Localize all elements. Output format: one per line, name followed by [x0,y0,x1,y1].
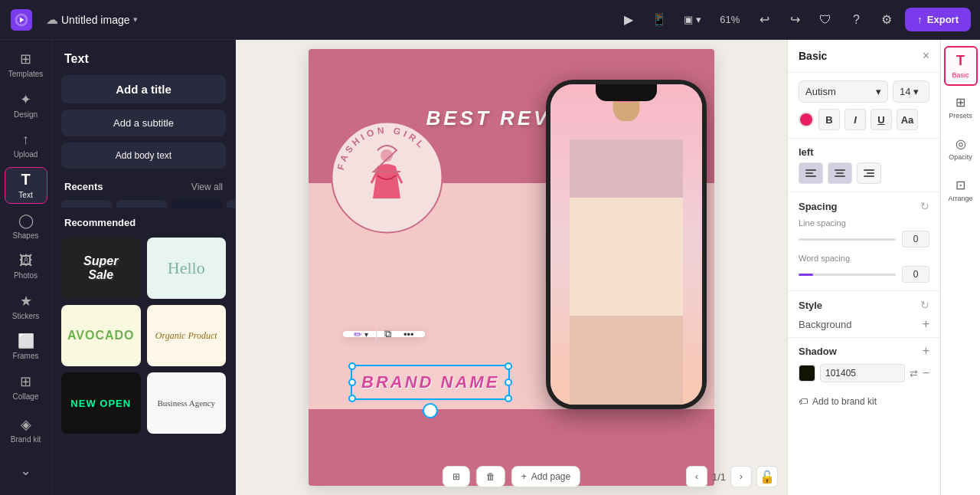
ri-item-presets[interactable]: ⊞ Presets [944,87,978,127]
sidebar-item-design[interactable]: ✦ Design [5,87,47,124]
edit-button[interactable]: ✏ ▾ [349,326,373,343]
rec-item-avocado[interactable]: AVOCADO [61,305,141,366]
sidebar-item-photos[interactable]: 🖼 Photos [5,248,47,285]
view-all-button[interactable]: View all [191,182,223,192]
rec-item-hello[interactable]: Hello [147,238,227,299]
selected-element-container[interactable]: ✏ ▾ ⧉ ••• BRAND NAME [351,365,510,400]
sidebar-item-upload[interactable]: ↑ Upload [5,126,47,164]
sidebar-item-templates[interactable]: ⊞ Templates [5,46,47,84]
stickers-icon: ★ [20,293,32,310]
sidebar-item-stickers[interactable]: ★ Stickers [5,287,47,325]
text-panel: Text Add a title Add a subtitle Add body… [52,40,236,495]
spacing-refresh-button[interactable]: ↻ [920,200,929,212]
help-button[interactable]: ? [844,8,868,32]
line-spacing-slider[interactable] [799,238,896,241]
handle-middle-right[interactable] [505,379,512,386]
cloud-icon: ☁ [46,12,58,27]
bold-button[interactable]: B [818,109,840,130]
shadow-remove-button[interactable]: − [923,366,929,380]
style-header: Style ↻ [788,291,940,314]
sidebar-item-collage[interactable]: ⊞ Collage [5,368,47,405]
word-spacing-value[interactable]: 0 [902,266,929,283]
shadow-color-button[interactable] [799,365,815,382]
underline-button[interactable]: U [871,109,892,130]
sidebar-item-shapes[interactable]: ◯ Shapes [5,207,47,244]
shadow-value[interactable]: 101405 [820,364,905,382]
align-right-button[interactable] [857,162,881,184]
prev-page-button[interactable]: ‹ [686,466,707,487]
recent-item-line[interactable] [116,200,167,208]
copy-element-button[interactable]: ⧉ [380,325,396,343]
add-subtitle-button[interactable]: Add a subtitle [61,110,226,136]
delete-button[interactable]: 🗑 [476,466,505,487]
font-size-control[interactable]: 14 ▾ [893,80,929,103]
undo-button[interactable]: ↩ [752,8,776,32]
recent-more-button[interactable]: › [227,200,235,208]
ri-item-basic[interactable]: T Basic [944,46,978,86]
sidebar-brand-label: Brand kit [11,435,41,444]
shadow-add-button[interactable]: + [923,344,929,358]
grid-button[interactable]: ⊞ [443,466,470,487]
add-body-button[interactable]: Add body text [61,143,226,169]
add-page-label: Add page [531,471,570,482]
rec-item-super-sale[interactable]: Super Sale [61,238,141,299]
font-dropdown[interactable]: Autism ▾ [799,80,888,103]
shield-icon-button[interactable]: 🛡 [813,8,838,32]
handle-middle-left[interactable] [348,379,356,386]
italic-button[interactable]: I [844,109,866,130]
text-color-button[interactable] [799,112,814,127]
sidebar-item-text[interactable]: T Text [5,167,47,205]
play-button[interactable]: ▶ [616,8,641,32]
align-left-button[interactable] [799,162,823,184]
more-options-button[interactable]: ••• [399,326,419,343]
right-panel-close-button[interactable]: × [923,49,929,63]
align-center-icon [831,166,848,180]
shadow-eq-button[interactable]: ⇄ [910,368,918,379]
handle-top-left[interactable] [348,362,356,370]
basic-text-icon: T [956,53,965,69]
ar2 [867,172,874,174]
recent-item-supersale[interactable]: Super Sale [172,200,222,208]
line-spacing-value[interactable]: 0 [902,231,929,248]
sidebar-item-frames[interactable]: ⬜ Frames [5,328,47,366]
add-to-brand-kit-button[interactable]: 🏷 Add to brand kit [788,388,940,415]
handle-bottom-left[interactable] [348,395,356,402]
font-size-value: 14 [900,86,910,97]
canvas[interactable]: BEST REVIEW FASHION GIRL [309,49,714,486]
ri-item-arrange[interactable]: ⊡ Arrange [944,170,978,210]
case-button[interactable]: Aa [897,109,918,130]
word-spacing-slider[interactable] [799,274,896,276]
layout-chevron: ▾ [696,14,701,25]
background-add-button[interactable]: + [923,317,929,331]
redo-button[interactable]: ↪ [782,8,807,32]
rotate-handle[interactable]: ↻ [423,403,438,418]
align-center-button[interactable] [828,162,852,184]
doc-chevron-icon[interactable]: ▾ [133,15,138,25]
zoom-control[interactable]: 61% [714,11,746,28]
sidebar-item-brand-kit[interactable]: ◈ Brand kit [5,411,47,449]
add-page-button[interactable]: + Add page [511,466,580,487]
sidebar-text-label: Text [18,191,32,199]
recents-header: Recents View all [52,172,235,197]
settings-button[interactable]: ⚙ [874,8,899,32]
copy-icon: ⧉ [384,328,391,340]
selection-box[interactable]: BRAND NAME [351,365,510,400]
rec-item-newopen[interactable]: NEW OPEN [61,372,141,434]
export-button[interactable]: ↑ Export [905,8,971,31]
rec-item-bizagency[interactable]: Business Agency [147,372,227,434]
sidebar-item-more[interactable]: ⌄ [5,451,47,489]
phone-preview-button[interactable]: 📱 [647,8,671,32]
lock-button[interactable]: 🔓 [756,466,778,487]
canvas-area[interactable]: BEST REVIEW FASHION GIRL [236,40,787,495]
ri-item-opacity[interactable]: ◎ Opacity [944,129,978,169]
recent-item-music[interactable]: MUSIC [61,200,112,208]
layout-button[interactable]: ▣ ▾ [678,11,707,28]
add-title-button[interactable]: Add a title [61,75,226,103]
topbar-right-controls: 🛡 ? ⚙ ↑ Export [813,8,971,32]
logo[interactable] [9,8,34,32]
style-refresh-button[interactable]: ↻ [920,299,929,311]
next-page-button[interactable]: › [730,466,752,487]
rec-item-organic[interactable]: Organic Product [147,305,227,366]
topbar-center-controls: ▶ 📱 ▣ ▾ 61% ↩ ↪ [616,8,807,32]
presets-icon: ⊞ [956,95,965,110]
